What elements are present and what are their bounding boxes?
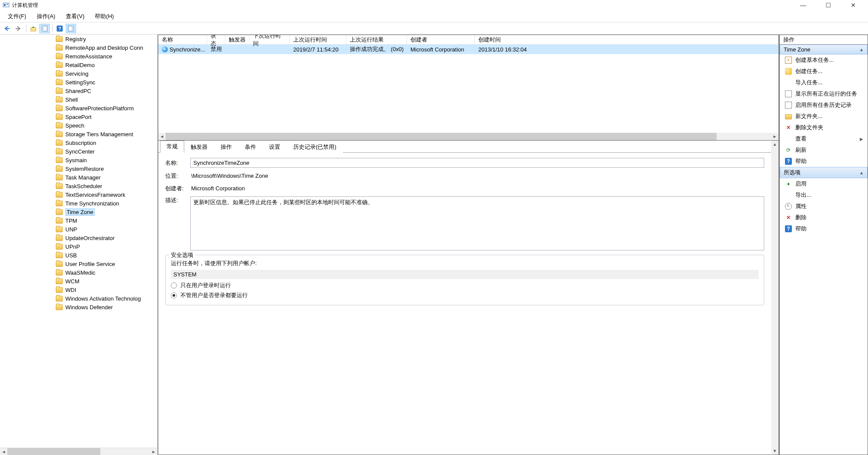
tree-item-windows-activation-technolog[interactable]: Windows Activation Technolog bbox=[54, 294, 157, 303]
scroll-left-button[interactable]: ◄ bbox=[0, 448, 7, 455]
scroll-thumb[interactable] bbox=[7, 448, 100, 455]
tree-item-storage-tiers-management[interactable]: Storage Tiers Management bbox=[54, 130, 157, 138]
tree-item-upnp[interactable]: UPnP bbox=[54, 242, 157, 251]
actions-section-header[interactable]: Time Zone▲ bbox=[780, 45, 868, 54]
column-creator[interactable]: 创建者 bbox=[407, 35, 475, 44]
tree-item-wcm[interactable]: WCM bbox=[54, 277, 157, 285]
tree-item-sysmain[interactable]: Sysmain bbox=[54, 156, 157, 164]
tree-view[interactable]: RegistryRemoteApp and Desktop ConnRemote… bbox=[0, 35, 157, 448]
folder-icon bbox=[56, 244, 63, 250]
tree-item-settingsync[interactable]: SettingSync bbox=[54, 78, 157, 87]
window-title: 计算机管理 bbox=[12, 2, 38, 9]
tree-item-windows-defender[interactable]: Windows Defender bbox=[54, 303, 157, 311]
menu-view[interactable]: 查看(V) bbox=[61, 11, 90, 22]
radio-regardless-logon[interactable]: 不管用户是否登录都要运行 bbox=[171, 292, 759, 299]
tree-item-retaildemo[interactable]: RetailDemo bbox=[54, 61, 157, 69]
action-item[interactable]: ?帮助 bbox=[780, 223, 868, 234]
tree-item-servicing[interactable]: Servicing bbox=[54, 69, 157, 78]
tab-triggers[interactable]: 触发器 bbox=[184, 141, 214, 153]
tree-item-synccenter[interactable]: SyncCenter bbox=[54, 147, 157, 156]
tab-actions[interactable]: 操作 bbox=[214, 141, 238, 153]
tree-item-remoteapp-and-desktop-conn[interactable]: RemoteApp and Desktop Conn bbox=[54, 43, 157, 52]
tree-item-systemrestore[interactable]: SystemRestore bbox=[54, 164, 157, 173]
tree-item-remoteassistance[interactable]: RemoteAssistance bbox=[54, 52, 157, 61]
scroll-track[interactable] bbox=[7, 448, 150, 455]
tree-item-time-synchronization[interactable]: Time Synchronization bbox=[54, 199, 157, 208]
actions-section-header[interactable]: 所选项▲ bbox=[780, 167, 868, 178]
close-button[interactable]: ✕ bbox=[845, 2, 862, 9]
action-pane-button[interactable] bbox=[66, 24, 76, 33]
menu-help[interactable]: 帮助(H) bbox=[90, 11, 119, 22]
tasklist-horizontal-scrollbar[interactable]: ◄ ► bbox=[158, 133, 778, 140]
column-next-run[interactable]: 下次运行时间 bbox=[250, 35, 290, 44]
action-item[interactable]: ⟳刷新 bbox=[780, 144, 868, 156]
scroll-track[interactable] bbox=[166, 133, 771, 140]
forward-button[interactable] bbox=[13, 24, 23, 33]
action-item[interactable]: 查看▶ bbox=[780, 133, 868, 144]
task-row[interactable]: Synchronize... 禁用 2019/2/7 11:54:20 操作成功… bbox=[158, 45, 778, 54]
column-status[interactable]: 状态 bbox=[207, 35, 225, 44]
action-item[interactable]: 启用所有任务历史记录 bbox=[780, 99, 868, 111]
action-item[interactable]: 属性 bbox=[780, 201, 868, 212]
tree-item-taskscheduler[interactable]: TaskScheduler bbox=[54, 182, 157, 190]
menu-action[interactable]: 操作(A) bbox=[32, 11, 61, 22]
details-vertical-scrollbar[interactable]: ▲ ▼ bbox=[771, 141, 778, 455]
tree-item-time-zone[interactable]: Time Zone bbox=[54, 208, 157, 216]
scroll-left-button[interactable]: ◄ bbox=[158, 133, 166, 140]
scroll-down-button[interactable]: ▼ bbox=[771, 447, 778, 455]
console-tree-button[interactable] bbox=[39, 24, 50, 33]
help-button[interactable]: ? bbox=[54, 24, 65, 33]
tree-item-updateorchestrator[interactable]: UpdateOrchestrator bbox=[54, 234, 157, 242]
task-name-input[interactable] bbox=[190, 158, 764, 168]
tree-item-softwareprotectionplatform[interactable]: SoftwareProtectionPlatform bbox=[54, 104, 157, 112]
scroll-track[interactable] bbox=[771, 148, 778, 447]
tab-history[interactable]: 历史记录(已禁用) bbox=[287, 141, 343, 153]
maximize-button[interactable]: ☐ bbox=[820, 2, 837, 9]
column-trigger[interactable]: 触发器 bbox=[225, 35, 250, 44]
action-item[interactable]: ♦启用 bbox=[780, 178, 868, 189]
tab-settings[interactable]: 设置 bbox=[263, 141, 287, 153]
action-item[interactable]: ✕删除文件夹 bbox=[780, 122, 868, 133]
scroll-right-button[interactable]: ► bbox=[771, 133, 778, 140]
tree-horizontal-scrollbar[interactable]: ◄ ► bbox=[0, 448, 157, 455]
tree-item-user-profile-service[interactable]: User Profile Service bbox=[54, 260, 157, 268]
up-button[interactable] bbox=[28, 24, 38, 33]
menu-file[interactable]: 文件(F) bbox=[3, 11, 32, 22]
task-list[interactable]: 名称 状态 触发器 下次运行时间 上次运行时间 上次运行结果 创建者 创建时间 … bbox=[158, 35, 778, 133]
column-name[interactable]: 名称 bbox=[158, 35, 207, 44]
task-description[interactable] bbox=[190, 196, 764, 250]
tree-item-subscription[interactable]: Subscription bbox=[54, 138, 157, 147]
tree-item-tpm[interactable]: TPM bbox=[54, 216, 157, 225]
tree-item-waasmedic[interactable]: WaaSMedic bbox=[54, 268, 157, 277]
tree-item-registry[interactable]: Registry bbox=[54, 35, 157, 43]
tree-item-spaceport[interactable]: SpacePort bbox=[54, 112, 157, 121]
tree-item-shell[interactable]: Shell bbox=[54, 95, 157, 104]
action-item[interactable]: 新文件夹... bbox=[780, 111, 868, 122]
tree-item-speech[interactable]: Speech bbox=[54, 121, 157, 130]
tree-item-textservicesframework[interactable]: TextServicesFramework bbox=[54, 190, 157, 199]
tab-general[interactable]: 常规 bbox=[160, 141, 184, 153]
action-item[interactable]: 导入任务... bbox=[780, 77, 868, 88]
tree-item-unp[interactable]: UNP bbox=[54, 225, 157, 234]
action-item[interactable]: ?帮助 bbox=[780, 156, 868, 167]
minimize-button[interactable]: — bbox=[794, 2, 812, 9]
tree-item-wdi[interactable]: WDI bbox=[54, 285, 157, 294]
scroll-up-button[interactable]: ▲ bbox=[771, 141, 778, 148]
scroll-right-button[interactable]: ► bbox=[150, 448, 157, 455]
column-last-run[interactable]: 上次运行时间 bbox=[290, 35, 346, 44]
tree-item-usb[interactable]: USB bbox=[54, 251, 157, 260]
action-item[interactable]: 显示所有正在运行的任务 bbox=[780, 88, 868, 99]
action-item[interactable]: 创建基本任务... bbox=[780, 54, 868, 66]
scroll-thumb[interactable] bbox=[166, 133, 717, 140]
column-last-result[interactable]: 上次运行结果 bbox=[346, 35, 407, 44]
action-item[interactable]: 导出... bbox=[780, 189, 868, 201]
radio-logged-on-only[interactable]: 只在用户登录时运行 bbox=[171, 282, 759, 289]
action-item[interactable]: 创建任务... bbox=[780, 66, 868, 77]
app-icon bbox=[3, 2, 10, 9]
tab-conditions[interactable]: 条件 bbox=[238, 141, 263, 153]
back-button[interactable] bbox=[2, 24, 12, 33]
tree-item-sharedpc[interactable]: SharedPC bbox=[54, 87, 157, 95]
column-created[interactable]: 创建时间 bbox=[475, 35, 778, 44]
tree-item-task-manager[interactable]: Task Manager bbox=[54, 173, 157, 182]
action-item[interactable]: ✕删除 bbox=[780, 212, 868, 223]
